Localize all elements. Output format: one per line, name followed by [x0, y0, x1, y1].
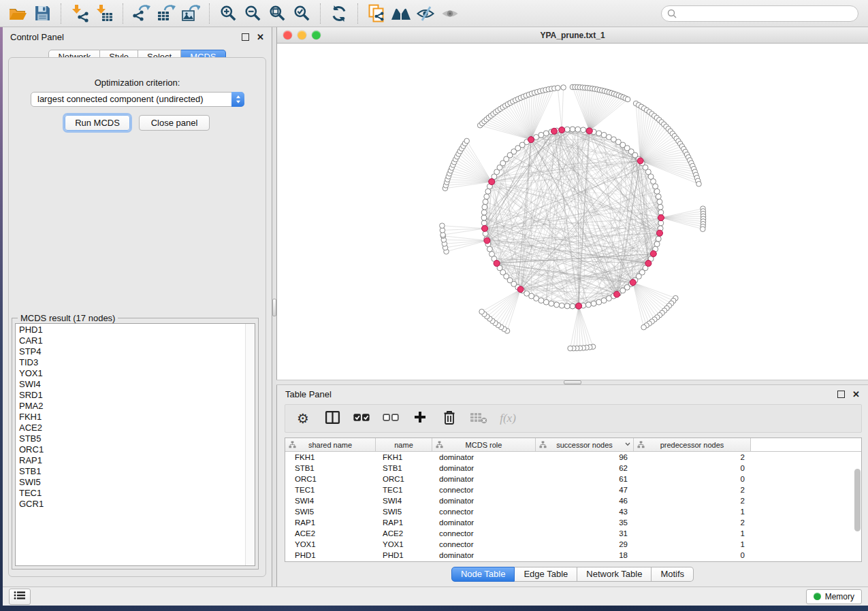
graph-node[interactable] — [651, 179, 656, 184]
table-settings-button[interactable]: ⚙ — [295, 409, 311, 428]
graph-mcds-node[interactable] — [637, 158, 643, 164]
column-header-name[interactable]: name — [376, 438, 432, 451]
graph-mcds-node[interactable] — [586, 128, 592, 134]
graph-node[interactable] — [489, 251, 495, 257]
tab-network-table[interactable]: Network Table — [577, 567, 652, 582]
graph-mcds-node[interactable] — [482, 225, 488, 231]
graph-node[interactable] — [654, 242, 660, 247]
graph-node[interactable] — [570, 303, 575, 309]
mcds-result-item[interactable]: ORC1 — [16, 444, 246, 455]
graph-node[interactable] — [539, 298, 544, 303]
network-canvas[interactable] — [277, 44, 868, 380]
graph-node[interactable] — [481, 210, 487, 215]
table-scrollbar[interactable] — [854, 452, 861, 560]
first-neighbors-button[interactable] — [389, 3, 413, 24]
graph-node[interactable] — [601, 298, 607, 303]
graph-leaf-node[interactable] — [568, 346, 573, 351]
graph-mcds-node[interactable] — [494, 261, 500, 267]
mcds-result-item[interactable]: STP4 — [16, 346, 246, 357]
select-all-rows-button[interactable] — [353, 409, 370, 428]
table-row[interactable]: STB1STB1dominator620 — [285, 463, 861, 474]
graph-mcds-node[interactable] — [658, 215, 664, 221]
graph-mcds-node[interactable] — [576, 303, 582, 309]
zoom-out-button[interactable] — [240, 3, 265, 24]
mcds-list-scrollbar[interactable] — [245, 324, 255, 565]
graph-node[interactable] — [481, 220, 487, 226]
graph-node[interactable] — [575, 127, 581, 132]
graph-node[interactable] — [585, 302, 591, 308]
close-panel-button[interactable]: Close panel — [139, 115, 210, 131]
graph-leaf-node[interactable] — [479, 309, 485, 314]
delete-columns-button[interactable] — [441, 409, 457, 428]
table-row[interactable]: TEC1TEC1connector472 — [285, 484, 861, 495]
graph-node[interactable] — [657, 199, 662, 205]
import-network-button[interactable] — [67, 3, 92, 24]
search-input[interactable] — [661, 5, 858, 22]
graph-node[interactable] — [543, 131, 549, 136]
column-header-predecessor-nodes[interactable]: predecessor nodes — [634, 438, 751, 451]
graph-leaf-node[interactable] — [440, 223, 445, 229]
graph-node[interactable] — [653, 184, 658, 189]
mcds-result-item[interactable]: STB5 — [16, 433, 246, 444]
open-file-button[interactable] — [5, 3, 30, 24]
toggle-column-panel-button[interactable] — [324, 409, 340, 428]
close-panel-icon[interactable]: ✕ — [257, 33, 264, 42]
graph-node[interactable] — [606, 296, 611, 301]
tab-node-table[interactable]: Node Table — [451, 567, 515, 582]
graph-mcds-node[interactable] — [650, 250, 656, 257]
graph-node[interactable] — [482, 204, 487, 210]
mcds-result-item[interactable]: RAP1 — [16, 455, 246, 466]
table-row[interactable]: ACE2ACE2connector311 — [285, 528, 861, 539]
graph-node[interactable] — [656, 236, 661, 242]
table-row[interactable]: ORC1ORC1dominator610 — [285, 474, 861, 484]
deselect-all-rows-button[interactable] — [383, 409, 399, 428]
graph-leaf-node[interactable] — [625, 97, 630, 102]
graph-node[interactable] — [570, 127, 575, 132]
graph-node[interactable] — [601, 132, 607, 137]
zoom-window-icon[interactable] — [312, 31, 321, 39]
mcds-result-item[interactable]: TID3 — [16, 357, 246, 368]
graph-node[interactable] — [564, 303, 570, 309]
mcds-result-item[interactable]: YOX1 — [16, 368, 246, 379]
save-session-button[interactable] — [30, 3, 54, 24]
optimization-criterion-select[interactable]: largest connected component (undirected) — [31, 92, 244, 107]
graph-leaf-node[interactable] — [464, 138, 470, 144]
graph-node[interactable] — [543, 299, 549, 305]
zoom-selected-button[interactable] — [289, 3, 314, 24]
close-panel-icon[interactable]: ✕ — [852, 390, 860, 399]
mcds-result-item[interactable]: GCR1 — [16, 499, 246, 510]
graph-mcds-node[interactable] — [517, 286, 524, 293]
graph-mcds-node[interactable] — [645, 261, 652, 267]
table-row[interactable]: SWI4SWI4dominator462 — [285, 495, 861, 506]
table-row[interactable]: PHD1PHD1dominator180 — [285, 550, 861, 561]
graph-node[interactable] — [658, 210, 664, 215]
mcds-result-item[interactable]: SRD1 — [16, 390, 246, 401]
graph-node[interactable] — [559, 303, 564, 308]
export-network-button[interactable] — [129, 3, 154, 24]
graph-node[interactable] — [591, 301, 596, 306]
scrollbar-thumb[interactable] — [854, 469, 861, 531]
clone-network-button[interactable] — [364, 3, 389, 24]
graph-leaf-node[interactable] — [556, 85, 561, 90]
splitter-grip[interactable] — [564, 380, 581, 384]
graph-node[interactable] — [484, 194, 489, 199]
memory-button[interactable]: Memory — [806, 589, 862, 604]
graph-node[interactable] — [596, 131, 602, 136]
graph-node[interactable] — [564, 127, 570, 132]
create-column-button[interactable] — [412, 409, 428, 428]
graph-leaf-node[interactable] — [561, 85, 566, 90]
graph-mcds-node[interactable] — [484, 237, 490, 244]
graph-node[interactable] — [596, 299, 602, 305]
horizontal-splitter[interactable] — [276, 380, 868, 385]
column-header-shared-name[interactable]: shared name — [285, 438, 376, 451]
tab-motifs[interactable]: Motifs — [652, 567, 694, 582]
table-row[interactable]: RAP1RAP1dominator352 — [285, 517, 861, 528]
graph-node[interactable] — [539, 132, 544, 137]
network-window-titlebar[interactable]: YPA_prune.txt_1 — [277, 27, 868, 44]
graph-node[interactable] — [654, 188, 660, 194]
import-table-button[interactable] — [92, 3, 116, 24]
export-image-button[interactable] — [178, 3, 203, 24]
graph-mcds-node[interactable] — [489, 179, 495, 185]
hide-selected-button[interactable] — [413, 3, 438, 24]
minimize-window-icon[interactable] — [298, 31, 306, 39]
